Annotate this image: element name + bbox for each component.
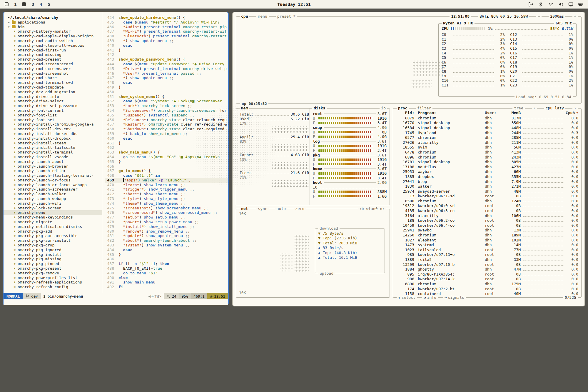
workspace-active-icon[interactable]	[22, 2, 26, 6]
code-line[interactable]: 488 BACK_TO_EXIT=true	[105, 266, 228, 271]
process-row[interactable]: 6580chromiumdhh124M0.0	[393, 198, 581, 203]
tree-file[interactable]: ∗omarchy-drive-select	[8, 99, 102, 104]
process-row[interactable]: 25941swaybgdhh13M0.0	[393, 228, 581, 233]
net-option-zero[interactable]: zero	[294, 206, 306, 211]
command-line[interactable]	[4, 299, 228, 305]
tree-file[interactable]: ∗omarchy-pkg-aur-accessible	[8, 233, 102, 238]
tree-file[interactable]: ∗omarchy-dev-add-migration	[8, 90, 102, 94]
code-line[interactable]: 444 case $(menu "Update Password" "◆ Dri…	[105, 62, 228, 66]
code-line[interactable]: 463show_main_menu() {	[105, 150, 228, 155]
code-line[interactable]: 484 esac	[105, 248, 228, 252]
code-line[interactable]: 472 *share*) show_share_menu ;;	[105, 192, 228, 196]
tree-file[interactable]: ∗omarchy-cmd-present	[8, 57, 102, 62]
code-line[interactable]: 446 *User*) present_terminal passwd ;;	[105, 71, 228, 76]
process-row[interactable]: 6890chromiumdhh175M0.0	[393, 281, 581, 286]
code-line[interactable]: 479 *install*) show_install_menu ;;	[105, 224, 228, 229]
process-row[interactable]: 174kworker/u97:2-btroot0B0.0	[393, 286, 581, 291]
code-line[interactable]: 485}	[105, 252, 228, 257]
code-line[interactable]: 465}	[105, 159, 228, 164]
process-row[interactable]: 1830walkerdhh271M0.0	[393, 184, 581, 189]
code-line[interactable]: 456 *Relaunch*) omarchy-state clear rela…	[105, 118, 228, 122]
tree-file[interactable]: ∗omarchy-launch-wifi	[8, 201, 102, 206]
tree-file[interactable]: ∗omarchy-launch-or-focus-webapp	[8, 183, 102, 187]
process-row[interactable]: 6879chromiumdhh317M0.0	[393, 116, 581, 121]
process-row[interactable]: 3164alacrittydhh106M0.0	[393, 213, 581, 218]
sort-prev-button[interactable]: ‹	[532, 106, 537, 111]
wifi-icon[interactable]	[548, 2, 553, 7]
sort-next-button[interactable]: ›	[572, 106, 578, 111]
code-line[interactable]: 475 *screenshot*) show_screenshot_menu ;…	[105, 206, 228, 211]
tree-file[interactable]: ∗omarchy-menu	[4, 210, 102, 215]
tree-file[interactable]: ∗omarchy-launch-screensaver	[8, 187, 102, 192]
process-row[interactable]: 16770signal-desktopdhh350M0.0	[393, 121, 581, 126]
tree-toggle[interactable]: tree	[512, 106, 524, 111]
process-row[interactable]: 13108nautilusdhh427M0.0	[393, 164, 581, 169]
column-Program[interactable]: Program:	[418, 111, 485, 115]
process-row[interactable]: 1023tailscaledroot77M0.0	[393, 247, 581, 252]
process-row[interactable]: 1473systemddhh14M0.0	[393, 242, 581, 247]
tree-file[interactable]: ∗omarchy-powerprofiles-list	[8, 276, 102, 280]
tree-file[interactable]: ∗omarchy-migrate	[8, 220, 102, 224]
process-row[interactable]: 1745Hyprlanddhh244M0.3	[393, 130, 581, 135]
tree-file[interactable]: ∗omarchy-pkg-ignored	[8, 248, 102, 252]
tree-folder-bin[interactable]: ▾bin	[8, 25, 102, 29]
process-row[interactable]: 25953waybardhh66M0.0	[393, 169, 581, 174]
tree-file[interactable]: ∗omarchy-install-steam	[8, 141, 102, 146]
screenshare-icon[interactable]	[528, 2, 533, 7]
preset-button[interactable]: preset *	[276, 14, 297, 19]
tree-file[interactable]: ∗omarchy-install-chromium-google-a	[8, 122, 102, 127]
tree-file[interactable]: ∗omarchy-cmd-terminal-cwd	[8, 80, 102, 85]
tree-file[interactable]: ∗omarchy-launch-about	[8, 159, 102, 164]
code-line[interactable]: 492fi	[105, 285, 228, 289]
code-line[interactable]: 452 case $(menu "System" "◆ Lock\n▣ Scre…	[105, 99, 228, 104]
tree-file[interactable]: ∗omarchy-font-list	[8, 113, 102, 118]
process-row[interactable]: 1827elephantdhh102M0.0	[393, 238, 581, 243]
code-line[interactable]: 482 *about*) omarchy-launch-about ;;	[105, 238, 228, 243]
process-row[interactable]: 1889fcitx5dhh33M0.0	[393, 257, 581, 262]
code-line[interactable]: 450	[105, 90, 228, 94]
workspace-1[interactable]: 1	[14, 2, 16, 7]
code-line[interactable]: 462	[105, 145, 228, 150]
process-row[interactable]: 6478chromiumdhh413M0.0	[393, 150, 581, 155]
tree-file[interactable]: ∗omarchy-lock-screen	[8, 206, 102, 211]
code-line[interactable]: 469 *apps*) walker -p "Launch…" ;;	[105, 178, 228, 183]
code-line[interactable]: 476 *screenrecord*) show_screenrecord_me…	[105, 210, 228, 215]
tree-file[interactable]: ∗omarchy-pkg-aur-install	[8, 238, 102, 243]
code-line[interactable]: 461}	[105, 141, 228, 146]
code-line[interactable]: 471 *trigger*) show_trigger_menu ;;	[105, 187, 228, 192]
proc-action-select[interactable]: ↑select	[397, 295, 417, 300]
code-line[interactable]: 453 *Lock*) omarchy-lock-screen ;;	[105, 104, 228, 108]
code-line[interactable]: 468 case "${1,,}" in	[105, 173, 228, 178]
volume-icon[interactable]	[558, 2, 563, 7]
tree-file[interactable]: ∗omarchy-notification-dismiss	[8, 224, 102, 229]
tree-file[interactable]: ∗omarchy-install-dev-env	[8, 127, 102, 131]
code-line[interactable]: 442	[105, 52, 228, 57]
code-line[interactable]: 473 *style*) show_style_menu ;;	[105, 196, 228, 201]
tree-file[interactable]: ∗omarchy-install-vscode	[8, 155, 102, 159]
battery-icon[interactable]	[578, 2, 583, 7]
tree-file[interactable]: ∗omarchy-launch-webapp	[8, 196, 102, 201]
tree-file[interactable]: ∗omarchy-pkg-present	[8, 266, 102, 271]
code-line[interactable]: 477 *setup*) show_setup_menu ;;	[105, 215, 228, 220]
tree-file[interactable]: ∗omarchy-install-docker-dbs	[8, 131, 102, 136]
tree-file[interactable]: ∗omarchy-cmd-screenshot	[8, 71, 102, 76]
process-row[interactable]: 985kworker/u97:13+eroot0B0.0	[393, 252, 581, 257]
column-Pid[interactable]: Pid:	[396, 111, 414, 115]
column-Cpu[interactable]: Cpu%	[563, 111, 575, 115]
code-line[interactable]: 440 esac	[105, 43, 228, 48]
interval-minus-button[interactable]: −	[536, 14, 542, 19]
tree-file[interactable]: ∗omarchy-pkg-pinned	[8, 261, 102, 266]
process-row[interactable]: 4135kworker/u96:3-coroot0B0.0	[393, 208, 581, 213]
tree-file[interactable]: ∗omarchy-cmd-screenrecord	[8, 62, 102, 66]
tree-root[interactable]: ~/.local/share/omarchy	[8, 15, 102, 20]
code-line[interactable]: 435 case $(menu "Restart" "♪ Audio\n⌒ Wi…	[105, 20, 228, 25]
tree-file[interactable]: ∗omarchy-cmd-tzupdate	[8, 85, 102, 90]
code-line[interactable]: 454 *Screensaver*) omarchy-launch-screen…	[105, 108, 228, 113]
tree-file[interactable]: ∗omarchy-launch-editor	[8, 169, 102, 173]
code-line[interactable]: 441}	[105, 48, 228, 53]
process-row[interactable]: 25974swayosd-serverdhh48M0.0	[393, 189, 581, 194]
tree-file[interactable]: ∗omarchy-install-tailscale	[8, 145, 102, 150]
tree-file[interactable]: ∗omarchy-install-dropbox	[8, 136, 102, 141]
net-interface[interactable]: ‹b wlan0 n›	[358, 206, 386, 211]
tree-file[interactable]: ∗omarchy-refresh-config	[8, 285, 102, 289]
